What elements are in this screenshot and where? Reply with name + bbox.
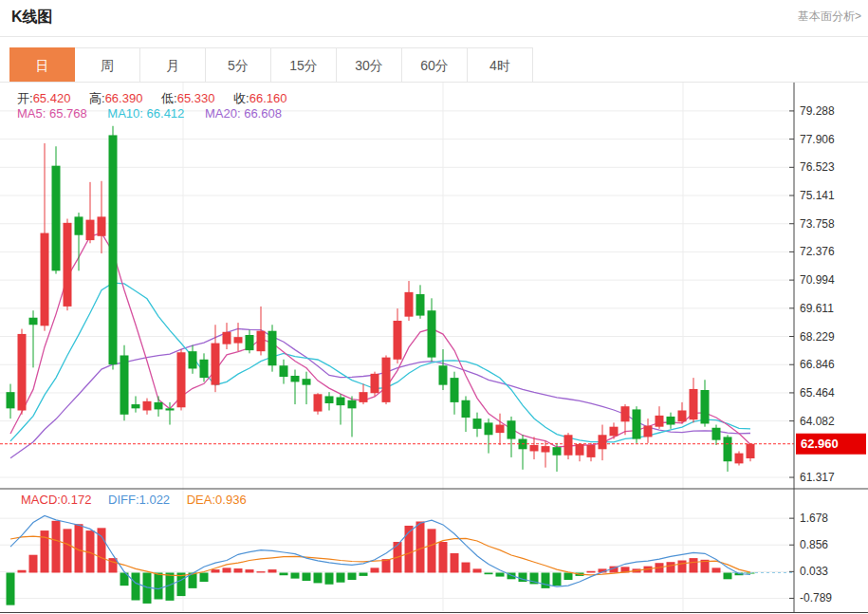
- svg-text:-0.789: -0.789: [800, 591, 832, 605]
- period-tabs: 日周月5分15分30分60分4时: [9, 47, 868, 82]
- tab-60min[interactable]: 60分: [402, 47, 468, 82]
- svg-text:0.856: 0.856: [800, 538, 828, 551]
- svg-text:76.523: 76.523: [800, 160, 835, 174]
- svg-text:61.317: 61.317: [800, 471, 835, 484]
- svg-text:70.994: 70.994: [800, 273, 835, 287]
- svg-text:72.376: 72.376: [800, 245, 835, 258]
- tab-15min[interactable]: 15分: [271, 47, 337, 82]
- svg-text:73.758: 73.758: [800, 217, 835, 231]
- kline-widget: K线图 基本面分析> 日周月5分15分30分60分4时 79.28877.906…: [0, 0, 868, 614]
- svg-text:65.464: 65.464: [800, 386, 835, 400]
- svg-text:69.611: 69.611: [800, 302, 834, 315]
- tab-day[interactable]: 日: [9, 47, 75, 82]
- tab-month[interactable]: 月: [140, 47, 206, 82]
- period-tabs-row: 日周月5分15分30分60分4时: [0, 47, 868, 83]
- kline-chart-canvas[interactable]: 79.28877.90676.52375.14173.75872.37670.9…: [0, 0, 868, 614]
- svg-text:75.141: 75.141: [800, 189, 835, 202]
- tab-4hour[interactable]: 4时: [468, 47, 533, 82]
- svg-text:62.960: 62.960: [801, 437, 839, 451]
- svg-text:0.033: 0.033: [800, 565, 828, 578]
- svg-text:64.082: 64.082: [800, 415, 835, 428]
- svg-text:1.678: 1.678: [800, 512, 828, 525]
- tab-5min[interactable]: 5分: [206, 47, 271, 82]
- tab-30min[interactable]: 30分: [337, 47, 402, 82]
- svg-text:79.288: 79.288: [800, 104, 835, 118]
- svg-text:68.229: 68.229: [800, 330, 835, 344]
- svg-text:66.846: 66.846: [800, 358, 835, 371]
- svg-text:77.906: 77.906: [800, 133, 835, 146]
- tab-week[interactable]: 周: [75, 47, 140, 82]
